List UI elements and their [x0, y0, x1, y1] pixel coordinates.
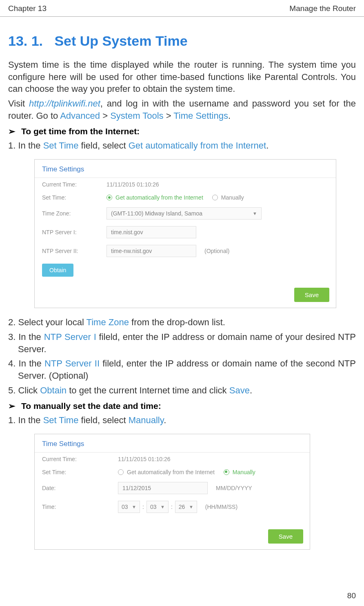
chapter-label: Chapter 13	[8, 4, 47, 13]
section-name: Set Up System Time	[54, 33, 187, 49]
step-4: 4. In the NTP Server II fileld, enter th…	[8, 357, 356, 382]
current-time-value: 11/11/2015 01:10:26	[107, 181, 159, 188]
current-time-label: Current Time:	[42, 456, 118, 462]
intro-paragraph-1: System time is the time displayed while …	[8, 59, 356, 95]
panel-title: Time Settings	[35, 160, 336, 178]
current-time-label: Current Time:	[42, 181, 107, 188]
step-2: 2. Select your local Time Zone from the …	[8, 316, 356, 329]
radio-manual[interactable]: Manually	[224, 469, 255, 475]
set-time-label: Set Time:	[42, 469, 118, 475]
time-format-hint: (HH/MM/SS)	[205, 504, 237, 510]
header-title: Manage the Router	[289, 4, 356, 13]
chevron-down-icon: ▼	[132, 504, 136, 509]
chevron-down-icon: ▼	[160, 504, 165, 509]
optional-hint: (Optional)	[204, 248, 229, 254]
section-number: 13. 1.	[8, 33, 43, 49]
ntp1-label: NTP Server I:	[42, 229, 107, 235]
radio-auto[interactable]: Get automatically from the Internet	[118, 469, 215, 475]
ntp2-label: NTP Server II:	[42, 248, 107, 254]
timezone-select[interactable]: (GMT-11:00) Midway Island, Samoa ▼	[107, 207, 262, 220]
subheading-internet-time: ➢To get time from the Internet:	[8, 127, 356, 136]
chevron-down-icon: ▼	[253, 211, 257, 216]
date-format-hint: MM/DD/YYYY	[216, 485, 252, 491]
date-input[interactable]: 11/12/2015	[118, 482, 208, 494]
set-time-label: Set Time:	[42, 194, 107, 201]
radio-dot-icon	[224, 469, 229, 475]
nav-system-tools: System Tools	[110, 111, 163, 121]
ntp2-input[interactable]: time-nw.nist.gov	[107, 245, 196, 257]
obtain-button[interactable]: Obtain	[42, 264, 73, 277]
page-number: 80	[347, 591, 356, 600]
chevron-down-icon: ▼	[189, 504, 193, 509]
step-5: 5. Click Obtain to get the current Inter…	[8, 384, 356, 397]
minute-select[interactable]: 03▼	[146, 501, 169, 513]
nav-time-settings: Time Settings	[173, 111, 228, 121]
panel-title: Time Settings	[35, 434, 310, 453]
current-time-value: 11/11/2015 01:10:26	[118, 456, 170, 462]
second-select[interactable]: 26▼	[175, 501, 197, 513]
url-link: http://tplinkwifi.net	[29, 98, 100, 109]
save-button[interactable]: Save	[294, 288, 329, 302]
subheading-manual-time: ➢To manually set the date and time:	[8, 401, 356, 411]
radio-auto[interactable]: Get automatically from the Internet	[107, 194, 203, 201]
time-settings-panel-auto: Time Settings Current Time: 11/11/2015 0…	[34, 159, 336, 308]
hour-select[interactable]: 03▼	[118, 501, 140, 513]
radio-dot-icon	[212, 195, 218, 200]
intro-paragraph-2: Visit http://tplinkwifi.net, and log in …	[8, 98, 356, 122]
time-label: Time:	[42, 504, 118, 510]
save-button[interactable]: Save	[268, 529, 303, 544]
radio-dot-icon	[118, 469, 124, 475]
step-manual-1: 1. In the Set Time field, select Manuall…	[8, 414, 356, 426]
date-label: Date:	[42, 485, 118, 491]
step-3: 3. In the NTP Server I fileld, enter the…	[8, 331, 356, 355]
time-settings-panel-manual: Time Settings Current Time: 11/11/2015 0…	[34, 434, 310, 550]
radio-dot-icon	[107, 195, 112, 200]
ntp1-input[interactable]: time.nist.gov	[107, 226, 196, 238]
radio-manual[interactable]: Manually	[212, 194, 244, 201]
section-heading: 13. 1. Set Up System Time	[8, 33, 356, 49]
timezone-label: Time Zone:	[42, 210, 107, 217]
step-1: 1. In the Set Time field, select Get aut…	[8, 140, 356, 152]
nav-advanced: Advanced	[60, 111, 100, 121]
